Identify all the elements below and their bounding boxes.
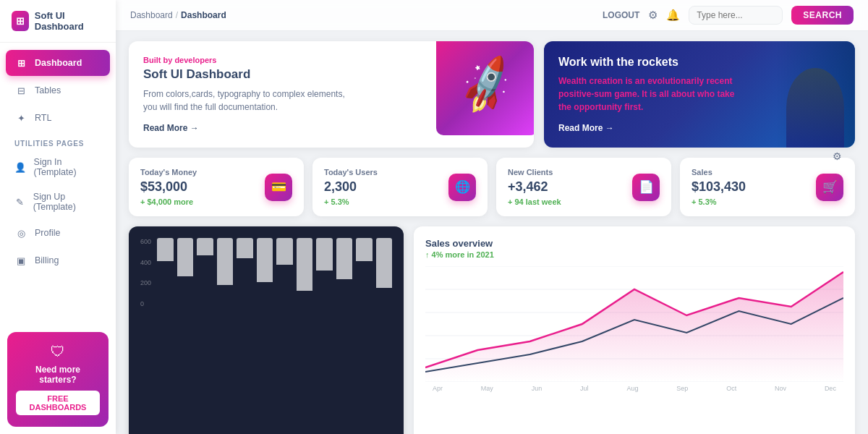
utilities-label: UTILITIES PAGES bbox=[6, 132, 110, 150]
x-labels: AprMayJunJulAugSepOctNovDec bbox=[425, 385, 843, 392]
logout-link[interactable]: LOGOUT bbox=[603, 10, 639, 20]
sales-overview-card: Sales overview ↑ 4% more in 2021 bbox=[414, 226, 855, 434]
stat-info-sales: Sales $103,430 + 5.3% bbox=[692, 168, 746, 206]
sidebar-item-label: RTL bbox=[35, 113, 51, 123]
sidebar-promo: 🛡 Need more starters? FREE DASHBOARDS bbox=[7, 332, 109, 427]
chart-area: 600 400 200 0 bbox=[140, 238, 392, 318]
sidebar-item-label: Billing bbox=[35, 255, 59, 265]
chart-inner: 600 400 200 0 bbox=[140, 238, 392, 318]
so-title: Sales overview bbox=[425, 238, 843, 249]
billing-icon: ▣ bbox=[14, 254, 27, 267]
breadcrumb: Dashboard / Dashboard bbox=[130, 10, 226, 20]
sidebar-item-label: Profile bbox=[35, 228, 60, 238]
left-bottom: 600 400 200 0 Active Users (+2 bbox=[129, 226, 404, 434]
dark-card-read-more[interactable]: Read More → bbox=[558, 123, 614, 133]
stat-card-clients: New Clients +3,462 + 94 last week 📄 bbox=[496, 158, 671, 216]
sidebar-item-profile[interactable]: ◎ Profile bbox=[6, 220, 110, 246]
stat-card-sales: Sales $103,430 + 5.3% 🛒 bbox=[680, 158, 855, 216]
hero-card: Built by developers Soft UI Dashboard Fr… bbox=[129, 41, 534, 148]
bar bbox=[276, 238, 293, 265]
topbar-right: LOGOUT ⚙ 🔔 SEARCH bbox=[603, 6, 854, 25]
content-area: Built by developers Soft UI Dashboard Fr… bbox=[116, 31, 868, 434]
so-subtitle: ↑ 4% more in 2021 bbox=[425, 250, 843, 259]
search-input[interactable] bbox=[689, 6, 783, 25]
stat-icon-money: 💳 bbox=[265, 174, 292, 201]
sidebar-item-tables[interactable]: ⊟ Tables bbox=[6, 77, 110, 103]
sidebar-item-label: Sign Up (Template) bbox=[33, 192, 101, 212]
sidebar-item-label: Sign In (Template) bbox=[34, 157, 101, 177]
stat-label-sales: Sales bbox=[692, 168, 746, 176]
bar bbox=[356, 238, 373, 261]
stat-value-clients: +3,462 bbox=[508, 179, 561, 195]
stat-change-users: + 5.3% bbox=[324, 197, 378, 206]
bar-chart-card: 600 400 200 0 bbox=[129, 226, 404, 434]
bar-chart bbox=[157, 238, 392, 310]
bottom-row: 600 400 200 0 Active Users (+2 bbox=[129, 226, 855, 434]
hero-read-more[interactable]: Read More → bbox=[143, 123, 199, 133]
dark-card-person bbox=[775, 41, 855, 148]
bar bbox=[376, 238, 393, 288]
rtl-icon: ✦ bbox=[14, 111, 27, 124]
stat-icon-sales: 🛒 bbox=[816, 174, 843, 201]
profile-icon: ◎ bbox=[14, 226, 27, 239]
bar bbox=[197, 238, 213, 255]
bar bbox=[217, 238, 234, 285]
stat-card-users: Today's Users 2,300 + 5.3% 🌐 bbox=[312, 158, 488, 216]
dashboard-icon: ⊞ bbox=[14, 56, 27, 69]
bar bbox=[237, 238, 253, 258]
bar bbox=[177, 238, 194, 276]
hero-subtitle: Built by developers bbox=[143, 56, 350, 64]
hero-desc: From colors,cards, typography to complex… bbox=[143, 88, 350, 114]
sign-in-icon: 👤 bbox=[14, 161, 27, 174]
sign-up-icon: ✎ bbox=[14, 195, 26, 208]
sidebar: ⊞ Soft UI Dashboard ⊞ Dashboard ⊟ Tables… bbox=[0, 0, 116, 434]
sidebar-item-sign-in[interactable]: 👤 Sign In (Template) bbox=[6, 150, 110, 184]
hero-row: Built by developers Soft UI Dashboard Fr… bbox=[129, 41, 855, 148]
stats-row: ⚙ Today's Money $53,000 + $4,000 more 💳 … bbox=[129, 158, 855, 216]
stat-value-money: $53,000 bbox=[140, 179, 197, 195]
sidebar-nav: ⊞ Dashboard ⊟ Tables ✦ RTL UTILITIES PAG… bbox=[0, 43, 116, 325]
so-chart bbox=[425, 266, 843, 382]
stat-change-sales: + 5.3% bbox=[692, 197, 746, 206]
dark-card-content: Work with the rockets Wealth creation is… bbox=[558, 56, 742, 133]
stat-info-money: Today's Money $53,000 + $4,000 more bbox=[140, 168, 197, 206]
bell-icon[interactable]: 🔔 bbox=[666, 9, 680, 22]
sidebar-item-label: Tables bbox=[35, 85, 61, 95]
promo-icon: 🛡 bbox=[16, 344, 100, 360]
bar bbox=[316, 238, 333, 271]
settings-icon[interactable]: ⚙ bbox=[648, 9, 658, 22]
dark-hero-card: Work with the rockets Wealth creation is… bbox=[544, 41, 855, 148]
tables-icon: ⊟ bbox=[14, 84, 27, 97]
stat-value-sales: $103,430 bbox=[692, 179, 746, 195]
sidebar-item-billing[interactable]: ▣ Billing bbox=[6, 247, 110, 273]
stat-info-clients: New Clients +3,462 + 94 last week bbox=[508, 168, 561, 206]
gear-bar: ⚙ bbox=[833, 150, 842, 162]
sales-svg bbox=[425, 266, 843, 382]
sidebar-item-rtl[interactable]: ✦ RTL bbox=[6, 105, 110, 131]
stat-icon-users: 🌐 bbox=[448, 174, 476, 201]
y-axis: 600 400 200 0 bbox=[140, 238, 154, 318]
breadcrumb-home: Dashboard bbox=[130, 10, 173, 20]
sidebar-item-sign-up[interactable]: ✎ Sign Up (Template) bbox=[6, 185, 110, 218]
sidebar-item-dashboard[interactable]: ⊞ Dashboard bbox=[6, 50, 110, 76]
dark-card-desc: Wealth creation is an evolutionarily rec… bbox=[558, 75, 742, 114]
hero-card-text: Built by developers Soft UI Dashboard Fr… bbox=[143, 56, 350, 133]
sidebar-item-label: Dashboard bbox=[35, 58, 82, 68]
bar bbox=[297, 238, 313, 291]
sidebar-logo: ⊞ Soft UI Dashboard bbox=[0, 0, 116, 43]
bar bbox=[336, 238, 353, 279]
logo-icon: ⊞ bbox=[12, 11, 29, 31]
promo-button[interactable]: FREE DASHBOARDS bbox=[16, 391, 100, 415]
breadcrumb-separator: / bbox=[176, 10, 178, 20]
hero-title: Soft UI Dashboard bbox=[143, 67, 350, 82]
stat-change-clients: + 94 last week bbox=[508, 197, 561, 206]
stat-info-users: Today's Users 2,300 + 5.3% bbox=[324, 168, 378, 206]
topbar: Dashboard / Dashboard LOGOUT ⚙ 🔔 SEARCH bbox=[116, 0, 868, 31]
dark-card-highlight: who bbox=[697, 89, 715, 99]
stat-label-money: Today's Money bbox=[140, 168, 197, 176]
stat-icon-clients: 📄 bbox=[632, 174, 660, 201]
stat-label-clients: New Clients bbox=[508, 168, 561, 176]
promo-text: Need more starters? bbox=[16, 365, 100, 385]
search-button[interactable]: SEARCH bbox=[791, 6, 854, 25]
stats-gear-icon[interactable]: ⚙ bbox=[833, 150, 842, 162]
